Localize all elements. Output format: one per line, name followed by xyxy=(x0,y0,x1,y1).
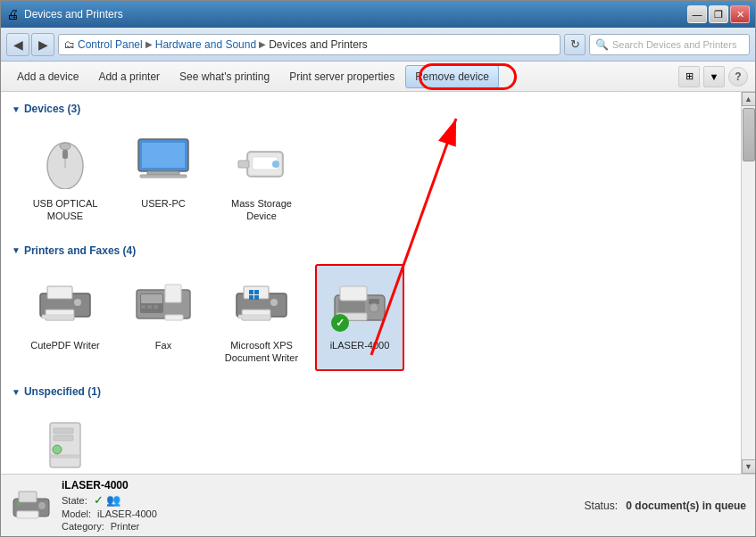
printers-section-title: Printers and Faxes (4) xyxy=(24,244,136,257)
view-icon: ⊞ xyxy=(685,70,694,82)
svg-rect-14 xyxy=(47,286,72,299)
see-printing-button[interactable]: See what's printing xyxy=(170,65,278,88)
device-unspecified-ilaser[interactable]: iLASER-4000 xyxy=(21,405,110,474)
svg-rect-31 xyxy=(249,290,253,294)
usb-mouse-icon xyxy=(33,129,97,194)
svg-rect-21 xyxy=(141,305,145,309)
status-bar: iLASER-4000 State: ✓ 👥 Model: iLASER-400… xyxy=(1,474,755,536)
svg-rect-24 xyxy=(165,285,181,302)
search-icon: 🔍 xyxy=(595,38,609,51)
nav-bar: ◀ ▶ 🗂 Control Panel ▶ Hardware and Sound… xyxy=(1,28,755,62)
unspecified-section-title: Unspecified (1) xyxy=(24,385,101,398)
svg-rect-37 xyxy=(340,286,367,301)
search-placeholder: Search Devices and Printers xyxy=(612,39,736,50)
unspecified-section-header: ▼ Unspecified (1) xyxy=(12,385,730,398)
status-right: Status: 0 document(s) in queue xyxy=(585,500,746,512)
scrollbar-down[interactable]: ▼ xyxy=(742,459,756,474)
unspecified-grid: iLASER-4000 xyxy=(12,405,730,474)
device-user-pc[interactable]: USER-PC xyxy=(119,122,208,230)
devices-section-title: Devices (3) xyxy=(24,103,80,115)
svg-point-44 xyxy=(53,445,62,454)
back-button[interactable]: ◀ xyxy=(6,33,29,56)
view-dropdown[interactable]: ▼ xyxy=(703,66,725,87)
restore-button[interactable]: ❐ xyxy=(709,5,728,23)
svg-point-17 xyxy=(74,299,81,306)
ilaser-icon: ✓ xyxy=(328,271,392,335)
add-device-button[interactable]: Add a device xyxy=(8,65,87,88)
svg-rect-34 xyxy=(254,295,259,300)
printers-grid: CutePDF Writer xyxy=(12,264,730,383)
dropdown-icon: ▼ xyxy=(710,71,719,82)
user-pc-icon xyxy=(131,129,195,194)
breadcrumb-part1[interactable]: Control Panel xyxy=(78,38,143,51)
help-button[interactable]: ? xyxy=(728,67,748,87)
scrollbar-thumb[interactable] xyxy=(743,108,755,161)
device-fax[interactable]: Fax xyxy=(119,264,208,372)
breadcrumb-part3: Devices and Printers xyxy=(269,38,368,51)
remove-device-button[interactable]: Remove device xyxy=(405,65,499,88)
view-button[interactable]: ⊞ xyxy=(678,66,700,87)
minimize-button[interactable]: — xyxy=(687,5,707,23)
refresh-button[interactable]: ↻ xyxy=(564,34,586,55)
svg-rect-22 xyxy=(147,305,152,309)
device-ilaser[interactable]: ✓ iLASER-4000 xyxy=(315,264,404,372)
svg-rect-20 xyxy=(141,294,162,303)
ms-xps-icon xyxy=(229,271,294,335)
device-usb-mouse[interactable]: USB OPTICALMOUSE xyxy=(21,122,110,230)
status-value: 0 document(s) in queue xyxy=(626,500,746,512)
window-title: Devices and Printers xyxy=(24,8,123,21)
cutepdf-label: CutePDF Writer xyxy=(30,339,99,351)
fwd-button[interactable]: ▶ xyxy=(31,33,54,56)
model-value: iLASER-4000 xyxy=(97,508,157,519)
svg-point-12 xyxy=(272,161,279,168)
svg-point-52 xyxy=(17,502,21,506)
close-button[interactable]: ✕ xyxy=(730,5,750,23)
status-device-name: iLASER-4000 xyxy=(62,479,157,492)
back-fwd-buttons: ◀ ▶ xyxy=(6,33,54,56)
mass-storage-label: Mass StorageDevice xyxy=(231,197,292,223)
unspecified-collapse-arrow[interactable]: ▼ xyxy=(12,387,21,397)
devices-collapse-arrow[interactable]: ▼ xyxy=(12,104,21,114)
ms-xps-label: Microsoft XPSDocument Writer xyxy=(225,339,298,365)
state-icons: ✓ 👥 xyxy=(94,495,120,506)
breadcrumb-part2[interactable]: Hardware and Sound xyxy=(155,38,256,51)
svg-point-51 xyxy=(38,502,46,509)
model-label: Model: xyxy=(62,508,91,519)
breadcrumb-icon: 🗂 xyxy=(64,38,75,51)
toolbar: Add a device Add a printer See what's pr… xyxy=(1,62,755,92)
category-label: Category: xyxy=(62,521,104,532)
svg-rect-16 xyxy=(42,315,74,318)
scrollbar-up[interactable]: ▲ xyxy=(742,92,756,106)
svg-rect-25 xyxy=(165,315,183,320)
cutepdf-icon xyxy=(33,271,97,335)
device-mass-storage[interactable]: Mass StorageDevice xyxy=(217,122,306,230)
usb-mouse-label: USB OPTICALMOUSE xyxy=(33,197,98,223)
mass-storage-icon xyxy=(229,129,294,194)
status-label: Status: xyxy=(585,500,618,512)
add-printer-button[interactable]: Add a printer xyxy=(89,65,169,88)
status-info: iLASER-4000 State: ✓ 👥 Model: iLASER-400… xyxy=(62,479,157,532)
fax-label: Fax xyxy=(155,339,171,351)
svg-rect-50 xyxy=(17,511,38,518)
window-controls: — ❐ ✕ xyxy=(687,5,750,23)
title-bar: 🖨 Devices and Printers — ❐ ✕ xyxy=(1,1,755,28)
status-printer-icon xyxy=(10,484,53,527)
user-pc-label: USER-PC xyxy=(141,197,186,210)
print-server-button[interactable]: Print server properties xyxy=(280,65,403,88)
svg-rect-45 xyxy=(50,455,80,458)
svg-rect-3 xyxy=(62,150,68,159)
svg-rect-5 xyxy=(142,143,185,168)
device-cutepdf[interactable]: CutePDF Writer xyxy=(21,264,110,372)
device-ms-xps[interactable]: Microsoft XPSDocument Writer xyxy=(217,264,306,372)
state-label: State: xyxy=(62,495,87,506)
scrollbar[interactable]: ▲ ▼ xyxy=(741,92,755,474)
svg-rect-23 xyxy=(154,305,158,309)
svg-rect-33 xyxy=(249,295,253,300)
printers-collapse-arrow[interactable]: ▼ xyxy=(12,245,21,255)
ilaser-label: iLASER-4000 xyxy=(330,339,390,351)
svg-rect-10 xyxy=(238,161,249,168)
svg-rect-42 xyxy=(54,428,73,434)
search-bar[interactable]: 🔍 Search Devices and Printers xyxy=(589,34,750,55)
printers-section-header: ▼ Printers and Faxes (4) xyxy=(12,244,730,257)
svg-point-2 xyxy=(60,143,71,150)
